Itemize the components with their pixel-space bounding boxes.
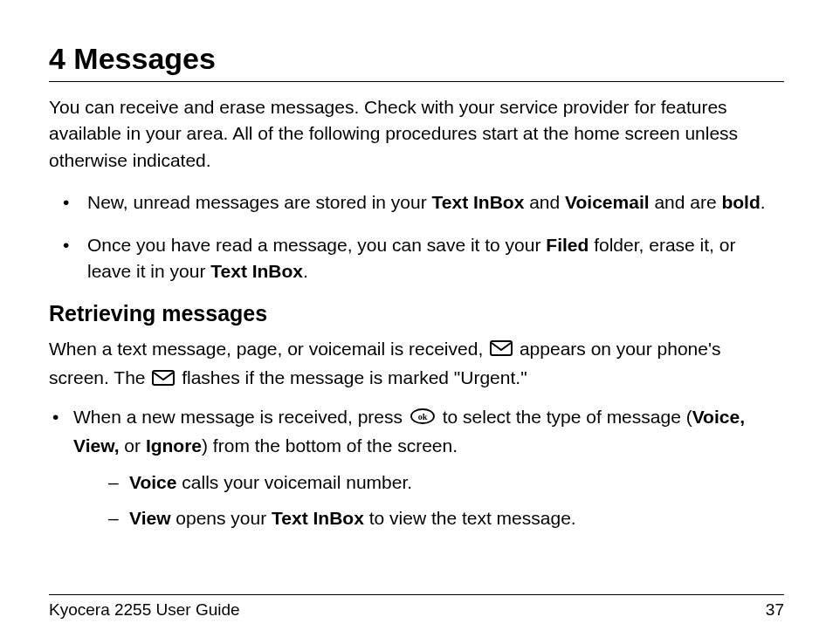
text: .	[761, 192, 766, 212]
list-item: Voice calls your voicemail number.	[73, 469, 784, 497]
list-item: Once you have read a message, you can sa…	[49, 232, 784, 285]
envelope-icon	[152, 366, 175, 394]
text: calls your voicemail number.	[176, 472, 412, 492]
text: New, unread messages are stored in your	[87, 192, 432, 212]
page-footer: Kyocera 2255 User Guide 37	[49, 594, 784, 620]
bold-text: Text InBox	[272, 508, 364, 528]
bold-text: Text InBox	[210, 261, 303, 281]
bold-text: Text InBox	[432, 192, 525, 212]
text: to select the type of message (	[443, 407, 692, 427]
text: to view the text message.	[364, 508, 576, 528]
bold-text: Voice	[129, 472, 176, 492]
text: and are	[650, 192, 722, 212]
top-bullet-list: New, unread messages are stored in your …	[49, 189, 784, 284]
section-heading: Retrieving messages	[49, 301, 784, 326]
text: .	[303, 261, 308, 281]
svg-rect-0	[491, 341, 512, 355]
bold-text: Filed	[546, 235, 589, 255]
dash-list: Voice calls your voicemail number. View …	[73, 469, 784, 532]
text: ) from the bottom of the screen.	[202, 435, 458, 456]
intro-paragraph: You can receive and erase messages. Chec…	[49, 94, 784, 174]
svg-text:ok: ok	[418, 412, 428, 421]
bold-text: Voicemail	[565, 192, 650, 212]
text: Once you have read a message, you can sa…	[87, 235, 546, 255]
ok-button-icon: ok	[410, 405, 436, 433]
bold-text: View	[129, 508, 170, 528]
svg-rect-1	[153, 371, 174, 385]
list-item: When a new message is received, press ok…	[49, 403, 784, 532]
text: When a new message is received, press	[73, 407, 408, 427]
list-item: New, unread messages are stored in your …	[49, 189, 784, 216]
section-intro: When a text message, page, or voicemail …	[49, 335, 784, 393]
text: When a text message, page, or voicemail …	[49, 339, 488, 359]
heading-rule	[49, 81, 784, 82]
text: and	[524, 192, 565, 212]
footer-title: Kyocera 2255 User Guide	[49, 600, 240, 620]
text: opens your	[170, 508, 272, 528]
sub-bullet-list: When a new message is received, press ok…	[49, 403, 784, 532]
list-item: View opens your Text InBox to view the t…	[73, 504, 784, 532]
envelope-icon	[490, 336, 513, 364]
page-number: 37	[766, 600, 784, 620]
chapter-heading: 4 Messages	[49, 42, 784, 76]
footer-rule	[49, 594, 784, 595]
text: or	[120, 435, 146, 456]
text: flashes if the message is marked "Urgent…	[182, 367, 527, 387]
bold-text: bold	[721, 192, 760, 212]
bold-text: Ignore	[146, 435, 202, 456]
